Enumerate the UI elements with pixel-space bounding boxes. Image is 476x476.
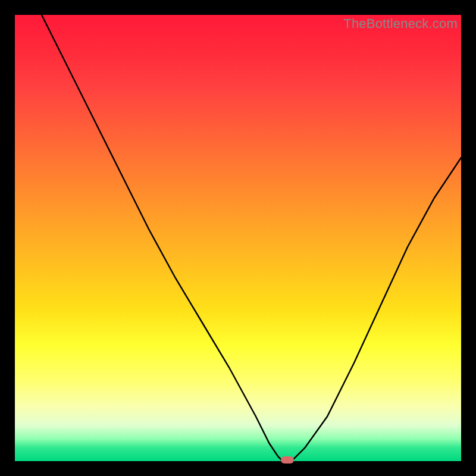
min-marker [281,456,294,464]
plot-area: TheBottleneck.com [15,15,461,461]
curve-svg [15,15,461,461]
bottleneck-curve-path [15,15,461,461]
chart-frame: TheBottleneck.com [0,0,476,476]
